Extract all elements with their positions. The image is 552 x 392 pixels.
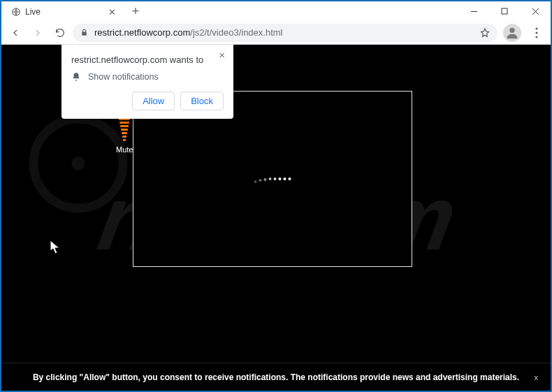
window-minimize-button[interactable] [458, 1, 489, 21]
svg-point-5 [509, 27, 514, 32]
new-tab-button[interactable]: + [127, 3, 144, 20]
svg-point-6 [535, 27, 537, 29]
address-bar[interactable]: restrict.netflowcorp.com/js2/t/video3/in… [73, 24, 497, 42]
profile-avatar[interactable] [503, 24, 521, 42]
tab-live[interactable]: Live ✕ [6, 3, 124, 21]
url-domain: restrict.netflowcorp.com [94, 27, 190, 38]
consent-text: By clicking "Allow" button, you consent … [33, 372, 519, 382]
loading-spinner-icon [254, 177, 291, 180]
reload-button[interactable] [50, 23, 70, 43]
tab-strip: Live ✕ + [1, 1, 144, 21]
prompt-origin-text: restrict.netflowcorp.com wants to [71, 55, 224, 65]
bookmark-star-icon[interactable] [479, 27, 491, 38]
browser-window: Live ✕ + r [1, 1, 551, 391]
mute-label: Mute [116, 145, 133, 154]
back-button[interactable] [6, 23, 25, 43]
window-close-button[interactable] [520, 1, 551, 21]
tab-close-icon[interactable]: ✕ [106, 7, 119, 17]
tab-title: Live [25, 7, 101, 17]
notification-permission-prompt: × restrict.netflowcorp.com wants to Show… [61, 45, 233, 119]
prompt-close-icon[interactable]: × [215, 48, 229, 62]
lock-icon [80, 28, 89, 37]
consent-close-button[interactable]: x [535, 373, 539, 382]
bell-icon [71, 72, 81, 82]
svg-point-10 [71, 157, 85, 170]
url-path: /js2/t/video3/index.html [190, 27, 282, 38]
titlebar: Live ✕ + [1, 1, 551, 21]
globe-icon [11, 7, 21, 17]
url-text: restrict.netflowcorp.com/js2/t/video3/in… [94, 27, 283, 38]
kebab-menu-icon[interactable] [527, 27, 546, 38]
prompt-permission-label: Show notifications [88, 72, 159, 82]
page-content: risk.com Mute By clicking "Allow" button… [1, 45, 551, 391]
window-controls [458, 1, 551, 21]
svg-point-7 [535, 31, 537, 34]
svg-point-8 [535, 36, 537, 38]
allow-button[interactable]: Allow [132, 92, 175, 110]
block-button[interactable]: Block [180, 92, 224, 110]
forward-button[interactable] [28, 23, 48, 43]
consent-bar: By clicking "Allow" button, you consent … [1, 363, 551, 391]
svg-rect-2 [502, 8, 507, 14]
window-maximize-button[interactable] [489, 1, 520, 21]
toolbar: restrict.netflowcorp.com/js2/t/video3/in… [1, 21, 551, 45]
cursor-icon [50, 240, 60, 254]
